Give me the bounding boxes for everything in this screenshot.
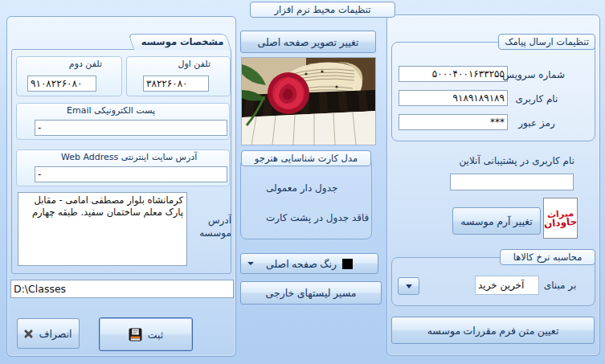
phone1-group: تلفن اول bbox=[126, 56, 231, 96]
card-model-caption: مدل کارت شناسایی هنرجو bbox=[241, 150, 371, 166]
sms-settings-caption: تنظیمات ارسال پیامک bbox=[498, 34, 595, 50]
phone2-label: تلفن دوم bbox=[69, 59, 102, 69]
phone1-label: تلفن اول bbox=[178, 59, 211, 69]
save-button[interactable]: ثبت bbox=[99, 317, 193, 351]
sms-password-input[interactable] bbox=[399, 114, 508, 130]
tab-label: مشخصات موسسه bbox=[141, 36, 224, 47]
web-address-input[interactable] bbox=[35, 166, 227, 182]
main-color-label: رنگ صفحه اصلی bbox=[266, 258, 337, 270]
save-label: ثبت bbox=[148, 329, 164, 341]
sms-password-label: رمز عبور bbox=[509, 117, 565, 129]
save-floppy-icon bbox=[129, 328, 142, 342]
phone1-input[interactable] bbox=[143, 76, 209, 92]
email-input[interactable] bbox=[35, 120, 227, 136]
regulations-text-button[interactable]: تعیین متن فرم مقررات موسسه bbox=[391, 317, 595, 344]
phone2-input[interactable] bbox=[27, 76, 96, 92]
radio-normal-table-label: جدول دار معمولی bbox=[266, 182, 337, 194]
change-main-image-label: تغییر تصویر صفحه اصلی bbox=[258, 36, 359, 48]
main-page-image bbox=[241, 57, 376, 145]
online-support-input[interactable] bbox=[450, 174, 574, 190]
email-label: پست الکترونیکی Email bbox=[67, 105, 155, 116]
classes-path-input[interactable] bbox=[10, 280, 234, 298]
address-label: آدرس موسسه bbox=[191, 214, 231, 239]
change-logo-button[interactable]: تغییر آرم موسسه bbox=[452, 207, 541, 235]
based-on-label: بر مبنای bbox=[540, 280, 580, 291]
phone2-group: تلفن دوم bbox=[16, 56, 122, 96]
address-textarea[interactable]: کرمانشاه بلوار مصطفی امامی - مقابل پارک … bbox=[18, 192, 187, 266]
regulations-text-label: تعیین متن فرم مقررات موسسه bbox=[427, 325, 559, 337]
service-number-input[interactable] bbox=[399, 66, 508, 82]
dropdown-arrow-icon bbox=[406, 284, 412, 288]
web-address-group: آدرس سایت اینترنتی Web Address bbox=[16, 149, 230, 186]
price-basis-dropdown-button[interactable] bbox=[398, 277, 419, 295]
external-lists-label: مسیر لیستهای خارجی bbox=[265, 287, 356, 299]
tab-institution-details[interactable]: مشخصات موسسه bbox=[133, 34, 231, 50]
change-logo-label: تغییر آرم موسسه bbox=[460, 215, 533, 227]
price-calc-caption: محاسبه نرخ کالاها bbox=[500, 249, 595, 265]
window-title: تنظیمات محیط نرم افزار bbox=[250, 2, 395, 18]
institution-logo: میراث جاودان bbox=[543, 198, 578, 239]
sms-username-input[interactable] bbox=[399, 90, 508, 106]
external-lists-button[interactable]: مسیر لیستهای خارجی bbox=[240, 281, 382, 305]
chevron-down-icon bbox=[247, 262, 254, 265]
service-number-label: شماره سرویس bbox=[509, 69, 565, 80]
web-address-label: آدرس سایت اینترنتی Web Address bbox=[61, 152, 197, 162]
radio-no-table-label: فاقد جدول در پشت کارت bbox=[266, 212, 369, 223]
main-color-button[interactable]: رنگ صفحه اصلی bbox=[240, 253, 378, 274]
settings-window: { "title": "تنظیمات محیط نرم افزار", "le… bbox=[0, 0, 605, 364]
change-main-image-button[interactable]: تغییر تصویر صفحه اصلی bbox=[240, 31, 376, 53]
price-basis-combobox[interactable] bbox=[475, 276, 539, 295]
cancel-button[interactable]: انصراف bbox=[17, 318, 80, 349]
sms-username-label: نام کاربری bbox=[509, 93, 565, 104]
logo-line2: جاودان bbox=[544, 217, 578, 228]
online-support-label: نام کاربری در پشتیبانی آنلاین bbox=[442, 155, 574, 166]
close-icon bbox=[24, 329, 33, 338]
color-swatch bbox=[342, 259, 353, 269]
email-group: پست الکترونیکی Email bbox=[16, 103, 230, 140]
cancel-label: انصراف bbox=[39, 328, 72, 340]
card-model-group bbox=[240, 158, 372, 239]
